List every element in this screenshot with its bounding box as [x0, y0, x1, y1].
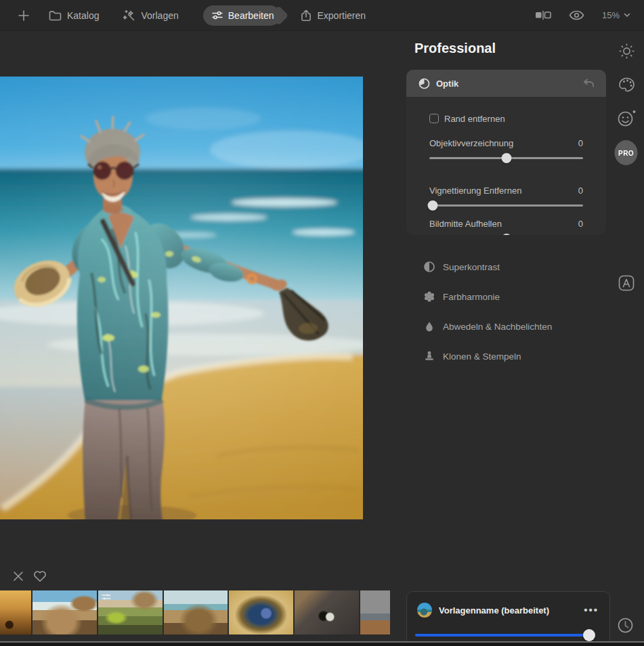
clock-icon — [617, 617, 634, 634]
preset-amount-slider[interactable] — [415, 629, 595, 641]
main-photo-canvas — [0, 77, 363, 519]
preset-name: Vorlagenname (bearbeitet) — [439, 605, 577, 616]
filmstrip-thumbnail-tide-pool[interactable] — [229, 590, 293, 634]
brighten-center-slider[interactable] — [429, 234, 583, 235]
slider-label: Vignettierung Entfernen — [429, 186, 521, 196]
devignette-slider-block: Vignettierung Entfernen 0 — [429, 186, 583, 211]
slider-handle[interactable] — [501, 234, 511, 235]
pro-badge-label: PRO — [618, 149, 634, 157]
nav-vorlagen[interactable]: Vorlagen — [123, 9, 178, 22]
smiley-face-icon — [616, 109, 637, 128]
filmstrip-thumbnail-rocky-coast[interactable] — [33, 590, 97, 634]
compare-view-button[interactable] — [535, 10, 551, 20]
chevron-down-icon — [624, 13, 630, 18]
remove-edges-label: Rand entfernen — [444, 114, 505, 124]
flower-icon — [423, 290, 435, 303]
filmstrip-thumbnail-rock-shelf[interactable] — [164, 590, 228, 634]
tool-klonen-stempeln[interactable]: Klonen & Stempeln — [406, 341, 606, 371]
nav-katalog-label: Katalog — [67, 10, 99, 21]
beach-portrait-photo — [0, 77, 363, 519]
filmstrip-thumbnail-storm-coast[interactable] — [360, 590, 390, 634]
zoom-level-dropdown[interactable]: 15% — [602, 10, 630, 20]
slider-value: 0 — [578, 219, 583, 229]
favorite-heart-button[interactable] — [33, 570, 47, 582]
add-button[interactable] — [18, 9, 30, 22]
zoom-level-value: 15% — [602, 10, 620, 20]
tool-farbharmonie[interactable]: Farbharmonie — [406, 282, 606, 311]
pro-panel-button[interactable]: PRO — [614, 140, 637, 165]
tool-label: Klonen & Stempeln — [443, 351, 521, 362]
adjust-sliders-icon — [212, 11, 223, 20]
contrast-icon — [423, 261, 435, 273]
portrait-panel-button[interactable] — [611, 109, 641, 128]
palette-icon — [618, 76, 636, 94]
filmstrip-thumbnail-mossy-rocks[interactable] — [98, 590, 163, 634]
slider-label: Objektivverzeichnung — [429, 138, 513, 148]
more-options-button[interactable]: ••• — [584, 607, 599, 613]
lens-aperture-icon — [418, 78, 430, 89]
slider-handle[interactable] — [427, 200, 437, 211]
optik-section-title: Optik — [436, 79, 576, 89]
preset-card: Vorlagenname (bearbeitet) ••• — [406, 591, 610, 646]
folder-icon — [49, 10, 62, 21]
slider-value: 0 — [578, 186, 583, 196]
preset-thumbnail-avatar — [417, 603, 432, 618]
filmstrip-thumbnail-dark-sand[interactable] — [295, 590, 359, 634]
lens-distortion-slider[interactable] — [429, 153, 583, 163]
top-toolbar: Katalog Vorlagen Bearbeiten — [0, 0, 644, 31]
nav-exportieren[interactable]: Exportieren — [301, 9, 366, 22]
optik-section-card: Optik Rand entfernen Objektivverzeichnun… — [406, 70, 606, 235]
slider-value: 0 — [578, 138, 583, 148]
devignette-slider[interactable] — [429, 200, 583, 211]
nav-exportieren-label: Exportieren — [317, 10, 366, 21]
tool-label: Farbharmonie — [443, 292, 500, 302]
nav-vorlagen-label: Vorlagen — [141, 10, 178, 21]
slider-handle[interactable] — [583, 629, 595, 641]
slider-label: Bildmitte Aufhellen — [429, 219, 502, 229]
history-button[interactable] — [617, 617, 634, 634]
essentials-panel-button[interactable] — [611, 42, 641, 60]
tool-label: Superkontrast — [443, 262, 500, 272]
slider-track[interactable] — [429, 204, 583, 207]
lens-distortion-slider-block: Objektivverzeichnung 0 — [429, 138, 583, 163]
plugins-panel-button[interactable] — [611, 274, 641, 292]
creative-panel-button[interactable] — [611, 76, 641, 94]
tool-section-list: Superkontrast Farbharmonie Abwedeln & Na… — [406, 252, 606, 371]
share-export-icon — [301, 9, 312, 22]
a-frame-icon — [618, 274, 635, 292]
reset-undo-icon[interactable] — [582, 78, 595, 89]
magic-wand-icon — [123, 9, 135, 22]
nav-katalog[interactable]: Katalog — [49, 10, 99, 21]
remove-edges-checkbox[interactable] — [429, 114, 439, 123]
filmstrip-thumbnail-sunset-bird[interactable] — [0, 590, 31, 634]
optik-section-header[interactable]: Optik — [406, 70, 606, 97]
preview-eye-button[interactable] — [569, 10, 584, 20]
filmstrip — [0, 590, 390, 634]
brighten-center-slider-block: Bildmitte Aufhellen 0 — [429, 219, 583, 235]
window-bottom-gap — [0, 643, 644, 646]
reject-button[interactable] — [12, 570, 24, 582]
edited-badge-icon — [102, 593, 111, 601]
slider-handle[interactable] — [501, 153, 511, 163]
slider-fill — [415, 634, 589, 637]
sun-icon — [618, 42, 636, 60]
notification-dot — [633, 110, 636, 113]
tool-abwedeln-nachbelichten[interactable]: Abwedeln & Nachbelichten — [406, 311, 606, 341]
tool-label: Abwedeln & Nachbelichten — [443, 322, 552, 332]
remove-edges-checkbox-row[interactable]: Rand entfernen — [429, 113, 583, 124]
droplet-icon — [423, 320, 435, 332]
panel-title: Professional — [414, 41, 496, 56]
nav-bearbeiten[interactable]: Bearbeiten — [203, 5, 286, 26]
tool-superkontrast[interactable]: Superkontrast — [406, 252, 606, 282]
stamp-icon — [423, 350, 435, 362]
nav-bearbeiten-label: Bearbeiten — [228, 10, 274, 21]
